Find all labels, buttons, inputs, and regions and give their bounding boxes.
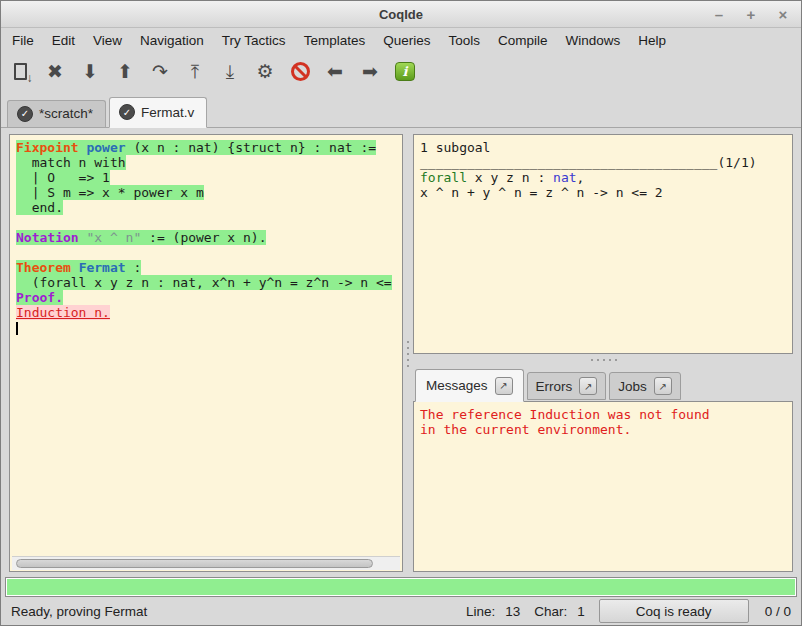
coqide-window: CoqIde – + × FileEditViewNavigationTry T… (0, 0, 802, 626)
save-page-icon (14, 63, 27, 80)
close-button[interactable]: × (775, 7, 791, 22)
messages-notebook: Messages↗Errors↗Jobs↗ The reference Indu… (413, 366, 793, 572)
menu-queries[interactable]: Queries (374, 30, 439, 51)
message-line: in the current environment. (420, 422, 786, 437)
go-to-start-button[interactable]: ⤒ (184, 58, 206, 84)
menu-file[interactable]: File (3, 30, 43, 51)
tab-scratch[interactable]: ✓*scratch* (7, 100, 106, 127)
code-line: | S m => x * power x m (16, 185, 402, 200)
menu-help[interactable]: Help (629, 30, 675, 51)
detach-icon[interactable]: ↗ (654, 377, 672, 395)
toolbar: ✖⬇⬆↷⤒⤓⚙⬅➡i (1, 52, 801, 90)
up-arrow-to-bar-icon: ⤒ (191, 62, 199, 81)
previous-occurrence-button[interactable]: ⬅ (324, 58, 346, 84)
go-to-end-button[interactable]: ⤓ (219, 58, 241, 84)
window-controls: – + × (711, 1, 791, 27)
coq-state-button[interactable]: Coq is ready (599, 599, 749, 623)
char-value: 1 (577, 604, 585, 619)
jobs-counter: 0 / 0 (765, 604, 791, 619)
horizontal-splitter-handle[interactable] (413, 354, 793, 366)
tab-label: *scratch* (39, 106, 93, 121)
gear-icon: ⚙ (256, 62, 273, 81)
message-line: The reference Induction was not found (420, 407, 786, 422)
close-x-icon: ✖ (47, 62, 63, 81)
line-value: 13 (505, 604, 520, 619)
goal-line: forall x y z n : nat, (420, 170, 786, 185)
progress-fill (7, 579, 795, 595)
maximize-button[interactable]: + (743, 7, 759, 22)
char-label: Char: (534, 604, 567, 619)
menu-try-tactics[interactable]: Try Tactics (213, 30, 295, 51)
fully-check-button[interactable]: ⚙ (254, 58, 276, 84)
menu-view[interactable]: View (84, 30, 131, 51)
right-arrow-icon: ➡ (362, 62, 378, 81)
status-message: Ready, proving Fermat (11, 604, 466, 619)
code-line: (forall x y z n : nat, x^n + y^n = z^n -… (16, 275, 402, 290)
messages-content[interactable]: The reference Induction was not foundin … (413, 401, 793, 572)
status-right: Line: 13 Char: 1 Coq is ready 0 / 0 (466, 599, 791, 623)
interrupt-button[interactable] (289, 58, 311, 84)
code-line (16, 245, 402, 260)
messages-tabbar: Messages↗Errors↗Jobs↗ (413, 366, 793, 401)
up-arrow-icon: ⬆ (117, 62, 133, 81)
text-cursor (16, 322, 18, 335)
progress-bar (5, 577, 797, 597)
minimize-button[interactable]: – (711, 7, 727, 22)
menubar: FileEditViewNavigationTry TacticsTemplat… (1, 28, 801, 52)
go-to-cursor-button[interactable]: ↷ (149, 58, 171, 84)
code-line: Induction n. (16, 305, 402, 320)
forward-one-command-button[interactable]: ⬇ (79, 58, 101, 84)
main-paned-area: Fixpoint power (x n : nat) {struct n} : … (1, 128, 801, 573)
code-line: end. (16, 200, 402, 215)
line-label: Line: (466, 604, 495, 619)
down-arrow-icon: ⬇ (82, 62, 98, 81)
code-line (16, 320, 402, 335)
left-arrow-icon: ⬅ (327, 62, 343, 81)
tab-fermat-v[interactable]: ✓Fermat.v (109, 97, 207, 128)
horizontal-scrollbar[interactable] (12, 556, 400, 570)
menu-windows[interactable]: Windows (556, 30, 629, 51)
tab-label: Errors (536, 379, 573, 394)
menu-compile[interactable]: Compile (489, 30, 557, 51)
menu-edit[interactable]: Edit (43, 30, 84, 51)
menu-templates[interactable]: Templates (295, 30, 375, 51)
statusbar: Ready, proving Fermat Line: 13 Char: 1 C… (1, 597, 801, 625)
backward-one-command-button[interactable]: ⬆ (114, 58, 136, 84)
right-column: 1 subgoal_______________________________… (413, 134, 793, 572)
window-title: CoqIde (379, 7, 423, 22)
code-line (16, 215, 402, 230)
tab-label: Messages (426, 378, 488, 393)
tab-jobs[interactable]: Jobs↗ (609, 372, 681, 400)
next-occurrence-button[interactable]: ➡ (359, 58, 381, 84)
tab-label: Jobs (618, 379, 647, 394)
tab-messages[interactable]: Messages↗ (415, 369, 524, 402)
down-arrow-to-bar-icon: ⤓ (226, 62, 234, 81)
code-line: Proof. (16, 290, 402, 305)
close-buffer-button[interactable]: ✖ (44, 58, 66, 84)
tab-label: Fermat.v (141, 105, 194, 120)
curved-arrow-icon: ↷ (152, 62, 168, 81)
check-circle-icon: ✓ (119, 104, 135, 120)
code-line: Fixpoint power (x n : nat) {struct n} : … (16, 140, 402, 155)
menu-navigation[interactable]: Navigation (131, 30, 213, 51)
code-line: | O => 1 (16, 170, 402, 185)
no-entry-icon (291, 62, 310, 81)
about-button[interactable]: i (394, 58, 416, 84)
menu-tools[interactable]: Tools (439, 30, 489, 51)
goals-pane[interactable]: 1 subgoal_______________________________… (413, 134, 793, 354)
scrollbar-thumb[interactable] (16, 559, 373, 568)
detach-icon[interactable]: ↗ (579, 377, 597, 395)
editor-tabbar: ✓*scratch*✓Fermat.v (1, 90, 801, 128)
goal-line: x ^ n + y ^ n = z ^ n -> n <= 2 (420, 185, 786, 200)
titlebar[interactable]: CoqIde – + × (1, 1, 801, 28)
source-editor[interactable]: Fixpoint power (x n : nat) {struct n} : … (9, 134, 403, 572)
save-button[interactable] (9, 58, 31, 84)
tab-errors[interactable]: Errors↗ (527, 372, 607, 400)
code-line: Notation "x ^ n" := (power x n). (16, 230, 402, 245)
vertical-splitter-handle[interactable] (403, 134, 413, 572)
goal-line: ______________________________________(1… (420, 155, 786, 170)
code-line: match n with (16, 155, 402, 170)
detach-icon[interactable]: ↗ (495, 377, 513, 395)
info-bubble-icon: i (395, 62, 415, 81)
code-line: Theorem Fermat : (16, 260, 402, 275)
